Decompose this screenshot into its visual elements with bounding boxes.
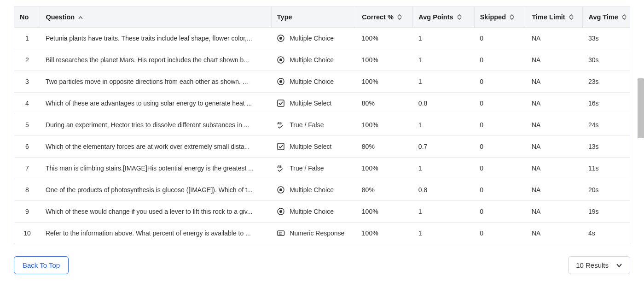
table-row[interactable]: 8One of the products of photosynthesis i… [14,179,630,201]
svg-point-11 [279,188,282,191]
cell-avg-points: 0.8 [413,179,474,201]
cell-time-limit: NA [526,93,583,114]
cell-time-limit: NA [526,179,583,201]
table-row[interactable]: 3Two particles move in opposite directio… [14,71,630,93]
cell-correct: 100% [356,49,413,71]
results-label: 10 Results [576,261,609,269]
sort-icon [397,14,402,20]
header-type[interactable]: Type [271,7,356,28]
cell-avg-time: 4s [583,223,630,244]
header-no[interactable]: No [14,7,40,28]
cell-no: 3 [14,71,40,93]
cell-correct: 100% [356,223,413,244]
cell-correct: 100% [356,28,413,49]
footer-row: Back To Top 10 Results [14,256,630,282]
svg-text:12: 12 [278,232,282,235]
cell-avg-time: 19s [583,201,630,223]
cell-avg-time: 13s [583,136,630,158]
header-correct[interactable]: Correct % [356,7,413,28]
cell-question: Refer to the information above. What per… [40,223,271,244]
cell-no: 7 [14,158,40,179]
cell-avg-points: 1 [413,49,474,71]
cell-question: One of the products of photosynthesis is… [40,179,271,201]
cell-avg-points: 1 [413,28,474,49]
cell-skipped: 0 [474,179,526,201]
cell-skipped: 0 [474,136,526,158]
questions-table: No Question Type Correct % [14,6,630,244]
cell-no: 5 [14,114,40,136]
cell-time-limit: NA [526,114,583,136]
header-question[interactable]: Question [40,7,271,28]
radio-icon [277,186,285,194]
svg-text:AB: AB [277,165,282,168]
table-row[interactable]: 9Which of these would change if you used… [14,201,630,223]
header-avg-points[interactable]: Avg Points [413,7,474,28]
cell-correct: 100% [356,71,413,93]
cell-time-limit: NA [526,223,583,244]
header-avg-time[interactable]: Avg Time [583,7,630,28]
sort-icon [622,14,627,20]
cell-avg-points: 1 [413,223,474,244]
cell-avg-time: 20s [583,179,630,201]
cell-skipped: 0 [474,28,526,49]
cell-type: AB True / False [271,158,356,179]
cell-time-limit: NA [526,71,583,93]
sort-icon [569,14,574,20]
cell-avg-points: 1 [413,71,474,93]
cell-question: During an experiment, Hector tries to di… [40,114,271,136]
cell-type: Multiple Select [271,93,356,114]
back-to-top-button[interactable]: Back To Top [14,256,69,274]
true-false-icon: AB [277,121,285,129]
table-row[interactable]: 2Bill researches the planet Mars. His re… [14,49,630,71]
svg-point-13 [279,210,282,213]
cell-correct: 100% [356,201,413,223]
scrollbar-thumb[interactable] [638,78,644,138]
radio-icon [277,77,285,86]
cell-question: This man is climbing stairs.[IMAGE]His p… [40,158,271,179]
cell-avg-time: 24s [583,114,630,136]
checkbox-icon [277,99,285,107]
table-row[interactable]: 1Petunia plants have traits. These trait… [14,28,630,49]
checkbox-icon [277,142,285,151]
cell-skipped: 0 [474,114,526,136]
svg-text:AB: AB [277,122,282,125]
cell-correct: 100% [356,158,413,179]
cell-correct: 80% [356,136,413,158]
cell-skipped: 0 [474,93,526,114]
radio-icon [277,207,285,216]
cell-correct: 100% [356,114,413,136]
radio-icon [277,34,285,42]
cell-question: Petunia plants have traits. These traits… [40,28,271,49]
cell-no: 6 [14,136,40,158]
cell-time-limit: NA [526,49,583,71]
header-skipped[interactable]: Skipped [474,7,526,28]
numeric-icon: 12 [277,229,285,237]
table-row[interactable]: 4Which of these are advantages to using … [14,93,630,114]
cell-avg-time: 23s [583,71,630,93]
table-row[interactable]: 6Which of the elementary forces are at w… [14,136,630,158]
cell-skipped: 0 [474,158,526,179]
cell-no: 8 [14,179,40,201]
table-header-row: No Question Type Correct % [14,7,630,28]
cell-time-limit: NA [526,201,583,223]
svg-point-5 [279,80,282,83]
cell-type: Multiple Choice [271,179,356,201]
svg-point-3 [279,59,282,61]
cell-avg-time: 16s [583,93,630,114]
cell-avg-time: 11s [583,158,630,179]
cell-type: Multiple Choice [271,49,356,71]
header-time-limit[interactable]: Time Limit [526,7,583,28]
cell-type: Multiple Choice [271,28,356,49]
cell-time-limit: NA [526,136,583,158]
cell-question: Which of these would change if you used … [40,201,271,223]
radio-icon [277,56,285,64]
table-row[interactable]: 7This man is climbing stairs.[IMAGE]His … [14,158,630,179]
results-dropdown[interactable]: 10 Results [568,256,630,274]
cell-question: Two particles move in opposite direction… [40,71,271,93]
table-row[interactable]: 10Refer to the information above. What p… [14,223,630,244]
cell-no: 1 [14,28,40,49]
true-false-icon: AB [277,164,285,172]
cell-type: Multiple Select [271,136,356,158]
table-row[interactable]: 5During an experiment, Hector tries to d… [14,114,630,136]
cell-type: Multiple Choice [271,71,356,93]
